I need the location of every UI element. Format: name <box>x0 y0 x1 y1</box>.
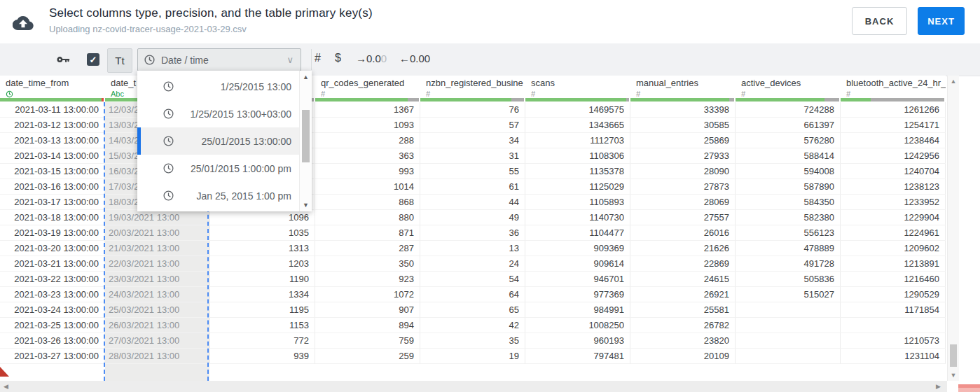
table-cell[interactable]: 42 <box>420 318 525 333</box>
table-cell[interactable]: 2021-03-13 13:00:00 <box>0 133 105 148</box>
table-cell[interactable]: 57 <box>420 118 525 133</box>
table-cell[interactable]: 36 <box>420 225 525 241</box>
primary-key-icon[interactable] <box>55 52 71 67</box>
column-header[interactable]: scans# <box>525 76 630 98</box>
table-cell[interactable]: 1231104 <box>841 349 946 364</box>
table-cell[interactable]: 588414 <box>736 148 841 164</box>
table-cell[interactable]: 61 <box>420 179 525 195</box>
table-cell[interactable]: 1238464 <box>841 133 946 148</box>
table-cell[interactable]: 977369 <box>525 287 630 302</box>
table-cell[interactable]: 27/03/2021 13:00 <box>105 333 210 349</box>
table-cell[interactable]: 23820 <box>630 333 736 349</box>
table-cell[interactable]: 993 <box>315 164 420 179</box>
dropdown-scroll-down-icon[interactable]: ▼ <box>300 202 312 209</box>
table-cell[interactable]: 576280 <box>736 133 841 148</box>
table-cell[interactable]: 1343665 <box>525 118 630 133</box>
table-cell[interactable]: 54 <box>420 272 525 287</box>
table-cell[interactable]: 797481 <box>525 349 630 364</box>
table-cell[interactable]: 1240704 <box>841 164 946 179</box>
table-cell[interactable]: 27557 <box>630 210 736 225</box>
table-cell[interactable]: 909369 <box>525 241 630 256</box>
table-cell[interactable]: 259 <box>315 349 420 364</box>
table-cell[interactable]: 939 <box>210 349 315 364</box>
table-cell[interactable]: 55 <box>420 164 525 179</box>
table-cell[interactable]: 35 <box>420 333 525 349</box>
table-cell[interactable]: 2021-03-19 13:00:00 <box>0 225 105 241</box>
table-cell[interactable]: 478889 <box>736 241 841 256</box>
table-cell[interactable]: 350 <box>315 256 420 272</box>
table-cell[interactable]: 907 <box>315 302 420 318</box>
table-cell[interactable]: 1140730 <box>525 210 630 225</box>
table-cell[interactable]: 1104477 <box>525 225 630 241</box>
table-cell[interactable]: 2021-03-18 13:00:00 <box>0 210 105 225</box>
table-cell[interactable]: 584350 <box>736 195 841 210</box>
table-cell[interactable]: 1096 <box>210 210 315 225</box>
table-cell[interactable]: 1008250 <box>525 318 630 333</box>
table-cell[interactable]: 1367 <box>315 102 420 118</box>
table-cell[interactable]: 49 <box>420 210 525 225</box>
column-header[interactable]: bluetooth_active_24_hr_# <box>841 76 946 98</box>
table-cell[interactable]: 491728 <box>736 256 841 272</box>
dropdown-scrollbar[interactable]: ▲ ▼ <box>299 71 312 211</box>
table-cell[interactable]: 2021-03-27 13:00:00 <box>0 349 105 364</box>
table-cell[interactable]: 880 <box>315 210 420 225</box>
table-cell[interactable]: 28069 <box>630 195 736 210</box>
table-cell[interactable]: 24/03/2021 13:00 <box>105 287 210 302</box>
table-cell[interactable]: 21/03/2021 13:00 <box>105 241 210 256</box>
increase-decimal-button[interactable]: →0.00 <box>356 52 387 64</box>
table-cell[interactable]: 23/03/2021 13:00 <box>105 272 210 287</box>
table-cell[interactable]: 2021-03-26 13:00:00 <box>0 333 105 349</box>
table-cell[interactable]: 515027 <box>736 287 841 302</box>
table-cell[interactable]: 1105893 <box>525 195 630 210</box>
table-cell[interactable]: 1112703 <box>525 133 630 148</box>
dropdown-item[interactable]: 25/01/2015 1:00:00 pm <box>137 155 300 182</box>
table-cell[interactable]: 2021-03-20 13:00:00 <box>0 241 105 256</box>
table-cell[interactable]: 724288 <box>736 102 841 118</box>
next-button[interactable]: NEXT <box>918 7 965 35</box>
table-cell[interactable]: 1210573 <box>841 333 946 349</box>
table-cell[interactable]: 582380 <box>736 210 841 225</box>
table-cell[interactable]: 2021-03-21 13:00:00 <box>0 256 105 272</box>
table-cell[interactable]: 2021-03-14 13:00:00 <box>0 148 105 164</box>
table-cell[interactable]: 26/03/2021 13:00 <box>105 318 210 333</box>
table-cell[interactable]: 27873 <box>630 179 736 195</box>
table-cell[interactable]: 65 <box>420 302 525 318</box>
number-type-button[interactable]: # <box>315 52 321 64</box>
table-cell[interactable]: 28/03/2021 13:00 <box>105 349 210 364</box>
table-cell[interactable]: 34 <box>420 133 525 148</box>
table-cell[interactable]: 1171854 <box>841 302 946 318</box>
scroll-down-icon[interactable]: ▼ <box>948 372 959 379</box>
table-cell[interactable]: 587890 <box>736 179 841 195</box>
table-cell[interactable]: 22869 <box>630 256 736 272</box>
table-cell[interactable]: 1261266 <box>841 102 946 118</box>
table-cell[interactable]: 1213891 <box>841 256 946 272</box>
table-cell[interactable]: 26782 <box>630 318 736 333</box>
table-cell[interactable]: 946701 <box>525 272 630 287</box>
vertical-scrollbar[interactable]: ▲ ▼ <box>947 76 959 381</box>
table-cell[interactable]: 27933 <box>630 148 736 164</box>
table-cell[interactable] <box>736 302 841 318</box>
table-cell[interactable]: 871 <box>315 225 420 241</box>
table-cell[interactable]: 594008 <box>736 164 841 179</box>
table-cell[interactable]: 25869 <box>630 133 736 148</box>
table-cell[interactable]: 2021-03-24 13:00:00 <box>0 302 105 318</box>
table-cell[interactable]: 1035 <box>210 225 315 241</box>
table-cell[interactable]: 19/03/2021 13:00 <box>105 210 210 225</box>
table-cell[interactable]: 909614 <box>525 256 630 272</box>
select-column-checkbox[interactable]: ✓ <box>87 53 99 66</box>
table-cell[interactable]: 894 <box>315 318 420 333</box>
dropdown-item[interactable]: 25/01/2015 13:00:00 <box>137 127 300 155</box>
table-cell[interactable]: 772 <box>210 333 315 349</box>
table-cell[interactable]: 2021-03-23 13:00:00 <box>0 287 105 302</box>
column-header[interactable]: active_devices# <box>736 76 841 98</box>
table-cell[interactable]: 1224961 <box>841 225 946 241</box>
decrease-decimal-button[interactable]: ←0.00 <box>399 52 430 64</box>
table-cell[interactable]: 1334 <box>210 287 315 302</box>
table-cell[interactable]: 2021-03-25 13:00:00 <box>0 318 105 333</box>
table-cell[interactable]: 25/03/2021 13:00 <box>105 302 210 318</box>
table-cell[interactable]: 2021-03-17 13:00:00 <box>0 195 105 210</box>
table-cell[interactable] <box>736 349 841 364</box>
table-cell[interactable]: 556123 <box>736 225 841 241</box>
table-cell[interactable]: 868 <box>315 195 420 210</box>
table-cell[interactable]: 22/03/2021 13:00 <box>105 256 210 272</box>
